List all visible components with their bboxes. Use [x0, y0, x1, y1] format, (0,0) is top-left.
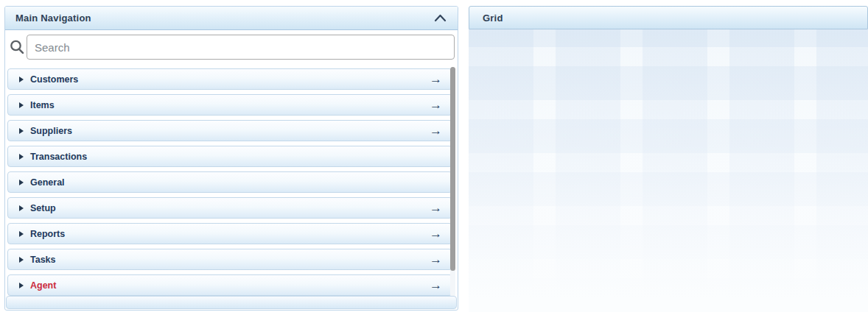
menu-item-tasks[interactable]: Tasks→: [7, 249, 452, 270]
search-row: [5, 30, 458, 65]
drill-arrow-icon[interactable]: →: [430, 279, 444, 291]
grid-header: Grid: [469, 6, 868, 29]
search-icon: [7, 37, 27, 57]
menu-item-label: Tasks: [30, 255, 56, 265]
menu-item-transactions[interactable]: Transactions: [7, 146, 452, 167]
expand-triangle-icon: [19, 128, 24, 134]
expand-triangle-icon: [19, 283, 24, 288]
menu-item-label: Agent: [30, 280, 56, 291]
menu-item-label: Reports: [30, 229, 65, 239]
menu-item-suppliers[interactable]: Suppliers→: [7, 120, 452, 141]
drill-arrow-icon[interactable]: →: [430, 124, 444, 137]
expand-triangle-icon: [19, 102, 24, 108]
search-input[interactable]: [27, 35, 455, 60]
expand-triangle-icon: [19, 154, 24, 160]
menu-item-label: General: [30, 177, 65, 188]
menu-list: Customers→Items→Suppliers→TransactionsGe…: [5, 65, 458, 296]
expand-triangle-icon: [19, 180, 24, 185]
panel-footer-bar: [6, 296, 457, 309]
chevron-up-icon: [434, 14, 447, 22]
menu-item-label: Transactions: [30, 152, 87, 162]
menu-item-reports[interactable]: Reports→: [7, 223, 452, 244]
menu-item-label: Setup: [30, 203, 56, 213]
menu-item-general[interactable]: General: [7, 171, 452, 193]
scrollbar-thumb[interactable]: [450, 67, 455, 271]
drill-arrow-icon[interactable]: →: [430, 227, 444, 240]
panel-title: Main Navigation: [15, 13, 91, 24]
main-navigation-panel: Main Navigation Customers→Items→Supplier…: [4, 6, 458, 311]
expand-triangle-icon: [19, 205, 24, 211]
drill-arrow-icon[interactable]: →: [430, 202, 444, 214]
expand-triangle-icon: [19, 77, 24, 82]
grid-title: Grid: [483, 13, 503, 24]
menu-item-agent[interactable]: Agent→: [7, 274, 452, 296]
collapse-panel-button[interactable]: [431, 11, 449, 26]
drill-arrow-icon[interactable]: →: [430, 253, 444, 266]
menu-item-label: Items: [30, 100, 55, 110]
menu-item-customers[interactable]: Customers→: [7, 68, 452, 90]
drill-arrow-icon[interactable]: →: [430, 73, 444, 85]
main-navigation-header: Main Navigation: [5, 7, 458, 30]
grid-body: [469, 29, 868, 312]
menu-item-label: Customers: [30, 74, 78, 85]
menu-item-label: Suppliers: [30, 126, 72, 136]
menu-item-items[interactable]: Items→: [7, 94, 452, 116]
grid-panel: Grid: [469, 6, 868, 312]
expand-triangle-icon: [19, 257, 24, 263]
expand-triangle-icon: [19, 231, 24, 237]
drill-arrow-icon[interactable]: →: [430, 99, 444, 111]
menu-item-setup[interactable]: Setup→: [7, 197, 452, 219]
